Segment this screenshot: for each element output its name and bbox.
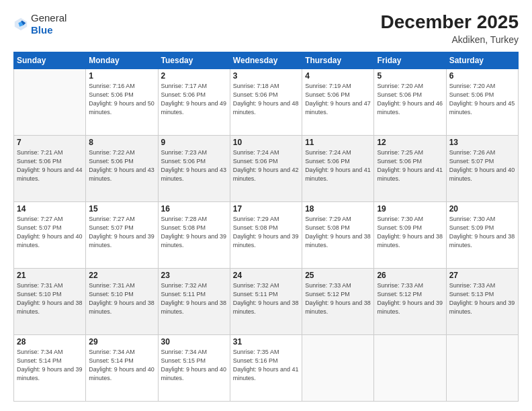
day-info: Sunrise: 7:23 AMSunset: 5:06 PMDaylight:…: [161, 148, 227, 183]
calendar-cell: 26Sunrise: 7:33 AMSunset: 5:12 PMDayligh…: [374, 268, 446, 334]
weekday-header-saturday: Saturday: [446, 52, 518, 68]
calendar-row-2: 14Sunrise: 7:27 AMSunset: 5:07 PMDayligh…: [14, 201, 519, 268]
day-info: Sunrise: 7:26 AMSunset: 5:07 PMDaylight:…: [449, 148, 515, 183]
calendar-cell: [446, 334, 518, 401]
location: Akdiken, Turkey: [381, 34, 519, 45]
logo-blue-text: Blue: [31, 24, 53, 36]
day-number: 7: [17, 138, 83, 147]
day-info: Sunrise: 7:34 AMSunset: 5:14 PMDaylight:…: [89, 348, 154, 383]
calendar-row-0: 1Sunrise: 7:16 AMSunset: 5:06 PMDaylight…: [14, 68, 519, 135]
calendar-cell: 4Sunrise: 7:19 AMSunset: 5:06 PMDaylight…: [302, 68, 374, 135]
day-number: 26: [377, 271, 443, 280]
day-number: 3: [233, 71, 299, 81]
day-number: 15: [89, 204, 154, 214]
day-number: 9: [161, 138, 227, 147]
day-info: Sunrise: 7:32 AMSunset: 5:11 PMDaylight:…: [161, 281, 227, 316]
calendar-cell: 16Sunrise: 7:28 AMSunset: 5:08 PMDayligh…: [158, 201, 230, 268]
calendar-row-3: 21Sunrise: 7:31 AMSunset: 5:10 PMDayligh…: [14, 268, 519, 334]
day-number: 20: [449, 204, 515, 214]
day-info: Sunrise: 7:19 AMSunset: 5:06 PMDaylight:…: [305, 82, 371, 117]
day-info: Sunrise: 7:30 AMSunset: 5:09 PMDaylight:…: [377, 215, 443, 250]
day-number: 10: [233, 138, 299, 147]
day-number: 8: [89, 138, 154, 147]
day-info: Sunrise: 7:24 AMSunset: 5:06 PMDaylight:…: [233, 148, 299, 183]
logo-text: General Blue: [31, 12, 66, 36]
calendar-cell: 19Sunrise: 7:30 AMSunset: 5:09 PMDayligh…: [374, 201, 446, 268]
day-info: Sunrise: 7:29 AMSunset: 5:08 PMDaylight:…: [233, 215, 299, 250]
calendar-cell: 18Sunrise: 7:29 AMSunset: 5:08 PMDayligh…: [302, 201, 374, 268]
calendar-table: SundayMondayTuesdayWednesdayThursdayFrid…: [13, 52, 519, 402]
day-number: 29: [89, 337, 154, 347]
calendar-cell: 12Sunrise: 7:25 AMSunset: 5:06 PMDayligh…: [374, 135, 446, 201]
day-number: 17: [233, 204, 299, 214]
day-info: Sunrise: 7:21 AMSunset: 5:06 PMDaylight:…: [17, 148, 83, 183]
page: General Blue December 2025 Akdiken, Turk…: [0, 0, 532, 411]
day-info: Sunrise: 7:28 AMSunset: 5:08 PMDaylight:…: [161, 215, 227, 250]
weekday-header-friday: Friday: [374, 52, 446, 68]
day-number: 5: [377, 71, 443, 81]
day-number: 11: [305, 138, 371, 147]
day-info: Sunrise: 7:29 AMSunset: 5:08 PMDaylight:…: [305, 215, 371, 250]
logo-general-text: General: [31, 12, 66, 24]
calendar-cell: 27Sunrise: 7:33 AMSunset: 5:13 PMDayligh…: [446, 268, 518, 334]
day-number: 12: [377, 138, 443, 147]
day-info: Sunrise: 7:17 AMSunset: 5:06 PMDaylight:…: [161, 82, 227, 117]
calendar-row-1: 7Sunrise: 7:21 AMSunset: 5:06 PMDaylight…: [14, 135, 519, 201]
weekday-header-thursday: Thursday: [302, 52, 374, 68]
calendar-cell: 14Sunrise: 7:27 AMSunset: 5:07 PMDayligh…: [14, 201, 86, 268]
calendar-cell: 22Sunrise: 7:31 AMSunset: 5:10 PMDayligh…: [86, 268, 158, 334]
day-number: 22: [89, 271, 154, 280]
day-number: 28: [17, 337, 83, 347]
calendar-cell: 23Sunrise: 7:32 AMSunset: 5:11 PMDayligh…: [158, 268, 230, 334]
day-number: 19: [377, 204, 443, 214]
calendar-cell: 24Sunrise: 7:32 AMSunset: 5:11 PMDayligh…: [230, 268, 302, 334]
day-number: 13: [449, 138, 515, 147]
calendar-cell: 9Sunrise: 7:23 AMSunset: 5:06 PMDaylight…: [158, 135, 230, 201]
day-number: 16: [161, 204, 227, 214]
calendar-cell: 1Sunrise: 7:16 AMSunset: 5:06 PMDaylight…: [86, 68, 158, 135]
day-number: 27: [449, 271, 515, 280]
day-number: 23: [161, 271, 227, 280]
weekday-header-wednesday: Wednesday: [230, 52, 302, 68]
day-info: Sunrise: 7:31 AMSunset: 5:10 PMDaylight:…: [89, 281, 154, 316]
day-info: Sunrise: 7:35 AMSunset: 5:16 PMDaylight:…: [233, 348, 299, 383]
calendar-cell: 31Sunrise: 7:35 AMSunset: 5:16 PMDayligh…: [230, 334, 302, 401]
logo: General Blue: [13, 12, 66, 36]
logo-icon: [13, 17, 28, 32]
month-year: December 2025: [381, 12, 519, 33]
calendar-cell: 7Sunrise: 7:21 AMSunset: 5:06 PMDaylight…: [14, 135, 86, 201]
day-info: Sunrise: 7:32 AMSunset: 5:11 PMDaylight:…: [233, 281, 299, 316]
day-number: 25: [305, 271, 371, 280]
header: General Blue December 2025 Akdiken, Turk…: [13, 12, 519, 45]
calendar-cell: 3Sunrise: 7:18 AMSunset: 5:06 PMDaylight…: [230, 68, 302, 135]
calendar-cell: 15Sunrise: 7:27 AMSunset: 5:07 PMDayligh…: [86, 201, 158, 268]
day-number: 31: [233, 337, 299, 347]
calendar-cell: 21Sunrise: 7:31 AMSunset: 5:10 PMDayligh…: [14, 268, 86, 334]
calendar-cell: 5Sunrise: 7:20 AMSunset: 5:06 PMDaylight…: [374, 68, 446, 135]
calendar-cell: [14, 68, 86, 135]
calendar-cell: 28Sunrise: 7:34 AMSunset: 5:14 PMDayligh…: [14, 334, 86, 401]
day-number: 21: [17, 271, 83, 280]
calendar-cell: 2Sunrise: 7:17 AMSunset: 5:06 PMDaylight…: [158, 68, 230, 135]
weekday-header-monday: Monday: [86, 52, 158, 68]
calendar-cell: 8Sunrise: 7:22 AMSunset: 5:06 PMDaylight…: [86, 135, 158, 201]
day-info: Sunrise: 7:25 AMSunset: 5:06 PMDaylight:…: [377, 148, 443, 183]
calendar-cell: 20Sunrise: 7:30 AMSunset: 5:09 PMDayligh…: [446, 201, 518, 268]
day-info: Sunrise: 7:18 AMSunset: 5:06 PMDaylight:…: [233, 82, 299, 117]
day-info: Sunrise: 7:24 AMSunset: 5:06 PMDaylight:…: [305, 148, 371, 183]
weekday-header-sunday: Sunday: [14, 52, 86, 68]
day-info: Sunrise: 7:33 AMSunset: 5:12 PMDaylight:…: [377, 281, 443, 316]
day-info: Sunrise: 7:34 AMSunset: 5:14 PMDaylight:…: [17, 348, 83, 383]
calendar-row-4: 28Sunrise: 7:34 AMSunset: 5:14 PMDayligh…: [14, 334, 519, 401]
day-info: Sunrise: 7:31 AMSunset: 5:10 PMDaylight:…: [17, 281, 83, 316]
day-info: Sunrise: 7:33 AMSunset: 5:13 PMDaylight:…: [449, 281, 515, 316]
calendar-cell: 29Sunrise: 7:34 AMSunset: 5:14 PMDayligh…: [86, 334, 158, 401]
calendar-cell: 10Sunrise: 7:24 AMSunset: 5:06 PMDayligh…: [230, 135, 302, 201]
weekday-header-tuesday: Tuesday: [158, 52, 230, 68]
day-number: 4: [305, 71, 371, 81]
calendar-cell: 17Sunrise: 7:29 AMSunset: 5:08 PMDayligh…: [230, 201, 302, 268]
weekday-header-row: SundayMondayTuesdayWednesdayThursdayFrid…: [14, 52, 519, 68]
day-info: Sunrise: 7:20 AMSunset: 5:06 PMDaylight:…: [377, 82, 443, 117]
day-info: Sunrise: 7:27 AMSunset: 5:07 PMDaylight:…: [17, 215, 83, 250]
day-info: Sunrise: 7:22 AMSunset: 5:06 PMDaylight:…: [89, 148, 154, 183]
